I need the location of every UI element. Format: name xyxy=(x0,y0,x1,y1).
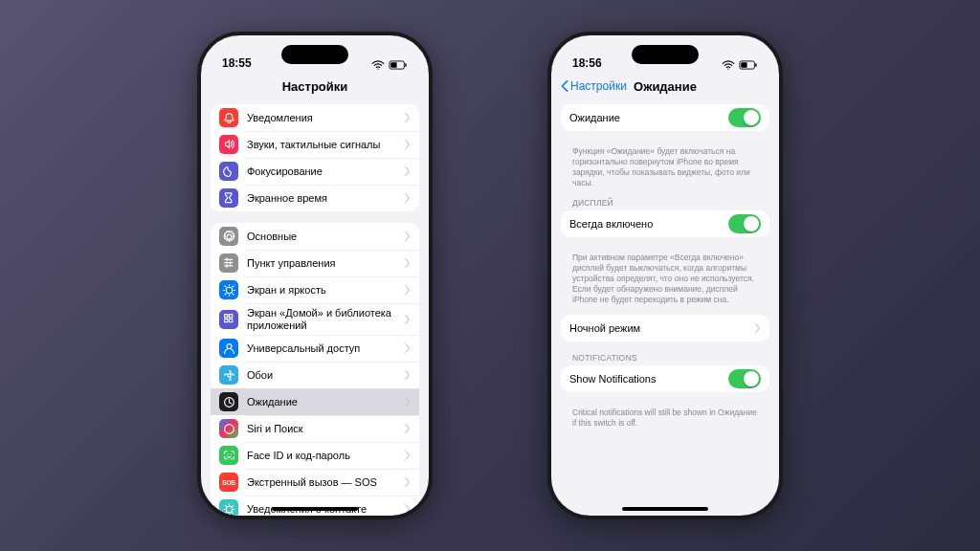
svg-rect-1 xyxy=(405,63,406,67)
phone-right: 18:56 Настройки Ожидание Ожидание xyxy=(547,32,783,519)
back-label: Настройки xyxy=(570,79,627,93)
chevron-right-icon xyxy=(405,231,411,241)
settings-row-label: Face ID и код-пароль xyxy=(247,450,401,462)
settings-row-standby[interactable]: Ожидание xyxy=(211,388,419,415)
hourglass-icon xyxy=(219,188,238,208)
settings-row-label: Фокусирование xyxy=(247,165,401,178)
settings-row-label: Пункт управления xyxy=(247,257,401,270)
display-group: Всегда включено xyxy=(561,210,769,237)
chevron-right-icon xyxy=(405,504,411,514)
settings-row-control-center[interactable]: Пункт управления xyxy=(211,250,419,276)
standby-toggle[interactable] xyxy=(728,108,761,127)
back-button[interactable]: Настройки xyxy=(561,72,627,100)
display-section-header: ДИСПЛЕЙ xyxy=(561,198,769,210)
settings-row-label: Основные xyxy=(247,231,401,243)
wifi-icon xyxy=(722,60,735,70)
notifications-section-header: NOTIFICATIONS xyxy=(561,353,769,365)
standby-main-group: Ожидание xyxy=(561,104,769,131)
settings-row-sos[interactable]: SOSЭкстренный вызов — SOS xyxy=(211,469,419,496)
chevron-right-icon xyxy=(405,343,411,353)
standby-scroll[interactable]: Ожидание Функция «Ожидание» будет включа… xyxy=(551,100,779,516)
chevron-right-icon xyxy=(405,451,411,460)
status-time: 18:56 xyxy=(572,56,602,70)
settings-row-faceid[interactable]: Face ID и код-пароль xyxy=(211,442,419,469)
show-notifications-label: Show Notifications xyxy=(569,373,728,386)
page-title: Настройки xyxy=(282,79,348,94)
face-icon xyxy=(219,446,238,465)
standby-main-footer: Функция «Ожидание» будет включаться на г… xyxy=(561,143,769,198)
settings-row-screentime[interactable]: Экранное время xyxy=(211,185,419,211)
always-on-footer: При активном параметре «Всегда включено»… xyxy=(561,249,769,315)
chevron-right-icon xyxy=(755,323,761,333)
night-mode-label: Ночной режим xyxy=(569,322,751,335)
settings-row-label: Экранное время xyxy=(247,192,401,205)
clock-icon xyxy=(219,392,238,411)
phone-left: 18:55 Настройки УведомленияЗвуки, тактил… xyxy=(197,32,433,519)
svg-rect-2 xyxy=(390,62,396,67)
page-title: Ожидание xyxy=(634,79,697,94)
chevron-right-icon xyxy=(405,113,411,122)
chevron-right-icon xyxy=(405,397,411,407)
settings-row-label: Siri и Поиск xyxy=(247,423,401,435)
settings-row-label: Ожидание xyxy=(247,396,401,408)
settings-row-home-screen[interactable]: Экран «Домой» и библиотека приложений xyxy=(211,303,419,335)
settings-row-label: Звуки, тактильные сигналы xyxy=(247,139,401,151)
speaker-icon xyxy=(219,135,238,154)
gear-icon xyxy=(219,227,238,246)
virus-icon xyxy=(219,499,238,516)
navbar: Настройки Ожидание xyxy=(551,72,779,100)
home-indicator[interactable] xyxy=(622,507,708,511)
siri-icon xyxy=(219,419,238,438)
navbar: Настройки xyxy=(201,72,429,100)
chevron-right-icon xyxy=(405,166,411,176)
sliders-icon xyxy=(219,253,238,273)
settings-row-accessibility[interactable]: Универсальный доступ xyxy=(211,335,419,362)
svg-rect-4 xyxy=(755,63,756,67)
show-notifications-toggle[interactable] xyxy=(728,369,761,388)
chevron-right-icon xyxy=(405,424,411,433)
night-mode-group: Ночной режим xyxy=(561,315,769,342)
settings-row-general[interactable]: Основные xyxy=(211,223,419,250)
chevron-right-icon xyxy=(405,285,411,295)
settings-row-label: Обои xyxy=(247,369,401,382)
settings-row-notifications[interactable]: Уведомления xyxy=(211,104,419,131)
settings-row-siri[interactable]: Siri и Поиск xyxy=(211,415,419,442)
show-notifications-row[interactable]: Show Notifications xyxy=(561,365,769,392)
always-on-row[interactable]: Всегда включено xyxy=(561,210,769,237)
always-on-toggle[interactable] xyxy=(728,214,761,233)
chevron-right-icon xyxy=(405,370,411,380)
battery-icon xyxy=(389,60,408,70)
chevron-right-icon xyxy=(405,477,411,487)
grid-icon xyxy=(219,310,238,329)
dynamic-island xyxy=(632,45,699,64)
bell-icon xyxy=(219,108,238,127)
chevron-right-icon xyxy=(405,140,411,149)
settings-row-label: Экран и яркость xyxy=(247,284,401,297)
sun-icon xyxy=(219,280,238,299)
settings-row-label: Экстренный вызов — SOS xyxy=(247,476,401,489)
person-icon xyxy=(219,339,238,358)
standby-toggle-label: Ожидание xyxy=(569,112,728,124)
chevron-right-icon xyxy=(405,315,411,324)
settings-row-wallpaper[interactable]: Обои xyxy=(211,362,419,388)
settings-group-1: УведомленияЗвуки, тактильные сигналыФоку… xyxy=(211,104,419,211)
home-indicator[interactable] xyxy=(272,507,358,511)
chevron-right-icon xyxy=(405,193,411,203)
notifications-footer: Critical notifications will still be sho… xyxy=(561,404,769,438)
battery-icon xyxy=(739,60,758,70)
standby-toggle-row[interactable]: Ожидание xyxy=(561,104,769,131)
settings-row-label: Уведомления xyxy=(247,112,401,124)
flower-icon xyxy=(219,365,238,385)
wifi-icon xyxy=(371,60,385,70)
settings-row-exposure[interactable]: Уведомления о контакте xyxy=(211,496,419,516)
settings-row-display[interactable]: Экран и яркость xyxy=(211,276,419,303)
notifications-group: Show Notifications xyxy=(561,365,769,392)
svg-rect-5 xyxy=(741,62,746,67)
chevron-right-icon xyxy=(405,258,411,268)
night-mode-row[interactable]: Ночной режим xyxy=(561,315,769,342)
settings-scroll[interactable]: УведомленияЗвуки, тактильные сигналыФоку… xyxy=(201,100,429,516)
settings-row-focus[interactable]: Фокусирование xyxy=(211,158,419,185)
sos-icon: SOS xyxy=(219,473,238,492)
settings-group-2: ОсновныеПункт управленияЭкран и яркостьЭ… xyxy=(211,223,419,516)
settings-row-sounds[interactable]: Звуки, тактильные сигналы xyxy=(211,131,419,158)
